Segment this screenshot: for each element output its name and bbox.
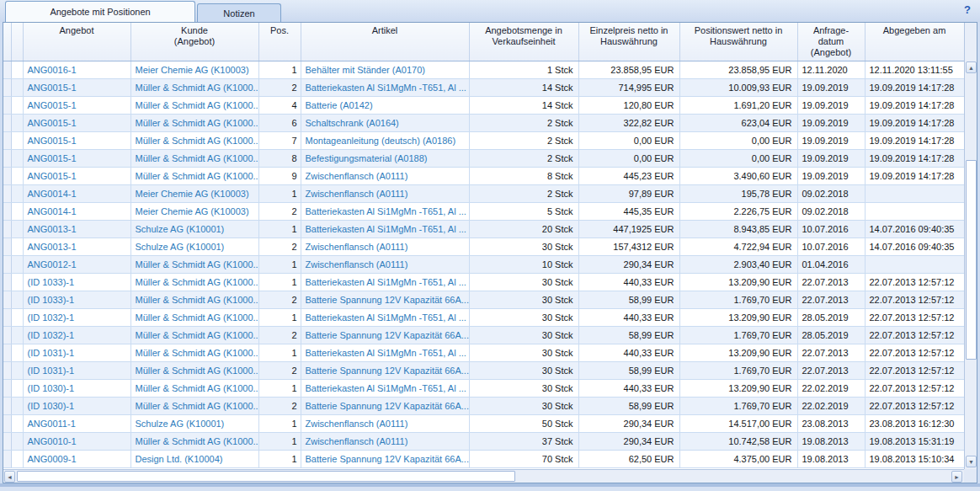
table-row[interactable]: ANG0013-1 Schulze AG (K10001) 2 Zwischen…	[3, 237, 964, 255]
row-selector[interactable]	[3, 273, 11, 291]
cell-menge[interactable]: 30 Stck	[469, 326, 578, 344]
cell-pos[interactable]: 6	[258, 114, 301, 131]
cell-pos[interactable]: 1	[258, 414, 301, 432]
cell-einzelpreis[interactable]: 23.858,95 EUR	[578, 61, 679, 78]
vertical-scroll-thumb[interactable]	[966, 160, 977, 360]
cell-kunde[interactable]: Design Ltd. (K10004)	[130, 450, 258, 467]
cell-positionswert[interactable]: 1.769,70 EUR	[679, 397, 797, 414]
row-selector[interactable]	[3, 78, 11, 96]
cell-abgegeben[interactable]: 22.07.2013 12:57:12	[865, 361, 964, 379]
cell-kunde[interactable]: Müller & Schmidt AG (K1000...	[130, 167, 258, 184]
row-selector[interactable]	[3, 184, 11, 202]
cell-kunde[interactable]: Müller & Schmidt AG (K1000...	[130, 149, 258, 167]
cell-artikel[interactable]: Befestigungsmaterial (A0188)	[301, 149, 469, 167]
table-row[interactable]: (ID 1030)-1 Müller & Schmidt AG (K1000..…	[3, 379, 964, 397]
cell-menge[interactable]: 70 Stck	[469, 450, 578, 467]
cell-einzelpreis[interactable]: 440,33 EUR	[578, 308, 679, 326]
cell-artikel[interactable]: Behälter mit Ständer (A0170)	[301, 61, 469, 78]
column-header-pos[interactable]: Pos.	[258, 23, 301, 61]
cell-menge[interactable]: 2 Stck	[469, 131, 578, 149]
cell-positionswert[interactable]: 0,00 EUR	[679, 149, 797, 167]
cell-positionswert[interactable]: 13.209,90 EUR	[679, 273, 797, 291]
cell-abgegeben[interactable]: 19.09.2019 14:17:28	[865, 96, 964, 114]
cell-anfragedatum[interactable]: 22.07.2013	[797, 344, 865, 361]
cell-angebot[interactable]: (ID 1033)-1	[23, 291, 130, 308]
cell-pos[interactable]: 7	[258, 131, 301, 149]
cell-blank[interactable]	[11, 414, 23, 432]
cell-angebot[interactable]: (ID 1031)-1	[23, 344, 130, 361]
table-row[interactable]: ANG0015-1 Müller & Schmidt AG (K1000... …	[3, 78, 964, 96]
table-row[interactable]: ANG0015-1 Müller & Schmidt AG (K1000... …	[3, 131, 964, 149]
row-selector[interactable]	[3, 432, 11, 450]
tab-notizen[interactable]: Notizen	[197, 3, 281, 22]
cell-abgegeben[interactable]: 14.07.2016 09:40:35	[865, 220, 964, 237]
horizontal-scroll-thumb[interactable]	[17, 471, 515, 482]
cell-pos[interactable]: 1	[258, 379, 301, 397]
cell-positionswert[interactable]: 23.858,95 EUR	[679, 61, 797, 78]
cell-blank[interactable]	[11, 255, 23, 273]
cell-angebot[interactable]: ANG0014-1	[23, 202, 130, 220]
table-row[interactable]: ANG0010-1 Müller & Schmidt AG (K1000... …	[3, 432, 964, 450]
cell-anfragedatum[interactable]: 10.07.2016	[797, 220, 865, 237]
cell-anfragedatum[interactable]: 28.05.2019	[797, 308, 865, 326]
help-icon[interactable]: ?	[964, 3, 971, 16]
cell-abgegeben[interactable]: 19.08.2013 15:10:34	[865, 450, 964, 467]
cell-anfragedatum[interactable]: 01.04.2016	[797, 255, 865, 273]
cell-angebot[interactable]: (ID 1031)-1	[23, 361, 130, 379]
cell-kunde[interactable]: Müller & Schmidt AG (K1000...	[130, 96, 258, 114]
cell-kunde[interactable]: Schulze AG (K10001)	[130, 220, 258, 237]
cell-menge[interactable]: 30 Stck	[469, 361, 578, 379]
cell-anfragedatum[interactable]: 22.02.2019	[797, 397, 865, 414]
cell-kunde[interactable]: Meier Chemie AG (K10003)	[130, 202, 258, 220]
cell-positionswert[interactable]: 4.375,00 EUR	[679, 450, 797, 467]
cell-artikel[interactable]: Batteriekasten Al Si1MgMn -T651, Al ...	[301, 202, 469, 220]
table-row[interactable]: ANG0015-1 Müller & Schmidt AG (K1000... …	[3, 149, 964, 167]
cell-blank[interactable]	[11, 114, 23, 131]
cell-einzelpreis[interactable]: 0,00 EUR	[578, 149, 679, 167]
cell-artikel[interactable]: Batterie Spannung 12V Kapazität 66A...	[301, 397, 469, 414]
row-selector[interactable]	[3, 344, 11, 361]
cell-positionswert[interactable]: 10.742,58 EUR	[679, 432, 797, 450]
cell-blank[interactable]	[11, 450, 23, 467]
cell-positionswert[interactable]: 8.943,85 EUR	[679, 220, 797, 237]
table-row[interactable]: ANG0011-1 Schulze AG (K10001) 1 Zwischen…	[3, 414, 964, 432]
cell-blank[interactable]	[11, 149, 23, 167]
cell-abgegeben[interactable]: 22.07.2013 12:57:12	[865, 273, 964, 291]
cell-menge[interactable]: 37 Stck	[469, 432, 578, 450]
cell-anfragedatum[interactable]: 23.08.2013	[797, 414, 865, 432]
cell-menge[interactable]: 2 Stck	[469, 149, 578, 167]
column-header-menge[interactable]: Angebotsmenge in Verkaufseinheit	[469, 23, 578, 61]
cell-menge[interactable]: 20 Stck	[469, 220, 578, 237]
cell-einzelpreis[interactable]: 322,82 EUR	[578, 114, 679, 131]
cell-pos[interactable]: 1	[258, 255, 301, 273]
cell-abgegeben[interactable]: 22.07.2013 12:57:12	[865, 326, 964, 344]
cell-abgegeben[interactable]: 19.09.2019 14:17:28	[865, 78, 964, 96]
cell-anfragedatum[interactable]: 09.02.2018	[797, 202, 865, 220]
cell-angebot[interactable]: ANG0012-1	[23, 255, 130, 273]
cell-positionswert[interactable]: 1.691,20 EUR	[679, 96, 797, 114]
cell-einzelpreis[interactable]: 62,50 EUR	[578, 450, 679, 467]
column-header-positionswert[interactable]: Positionswert netto in Hauswährung	[679, 23, 797, 61]
cell-artikel[interactable]: Montageanleitung (deutsch) (A0186)	[301, 131, 469, 149]
cell-artikel[interactable]: Batterie Spannung 12V Kapazität 66A...	[301, 361, 469, 379]
cell-angebot[interactable]: (ID 1030)-1	[23, 379, 130, 397]
table-row[interactable]: ANG0015-1 Müller & Schmidt AG (K1000... …	[3, 96, 964, 114]
cell-kunde[interactable]: Müller & Schmidt AG (K1000...	[130, 361, 258, 379]
cell-pos[interactable]: 2	[258, 397, 301, 414]
table-row[interactable]: (ID 1033)-1 Müller & Schmidt AG (K1000..…	[3, 273, 964, 291]
cell-blank[interactable]	[11, 220, 23, 237]
cell-kunde[interactable]: Müller & Schmidt AG (K1000...	[130, 379, 258, 397]
cell-artikel[interactable]: Zwischenflansch (A0111)	[301, 184, 469, 202]
cell-abgegeben[interactable]: 14.07.2016 09:40:35	[865, 237, 964, 255]
cell-anfragedatum[interactable]: 19.08.2013	[797, 450, 865, 467]
cell-pos[interactable]: 1	[258, 273, 301, 291]
column-header-einzelpreis[interactable]: Einzelpreis netto in Hauswährung	[578, 23, 679, 61]
cell-abgegeben[interactable]: 19.09.2019 14:17:28	[865, 167, 964, 184]
cell-angebot[interactable]: ANG0015-1	[23, 78, 130, 96]
scroll-left-button[interactable]: ◄	[4, 471, 15, 483]
cell-menge[interactable]: 14 Stck	[469, 96, 578, 114]
cell-positionswert[interactable]: 14.517,00 EUR	[679, 414, 797, 432]
cell-anfragedatum[interactable]: 19.09.2019	[797, 96, 865, 114]
cell-menge[interactable]: 8 Stck	[469, 167, 578, 184]
cell-pos[interactable]: 1	[258, 61, 301, 78]
